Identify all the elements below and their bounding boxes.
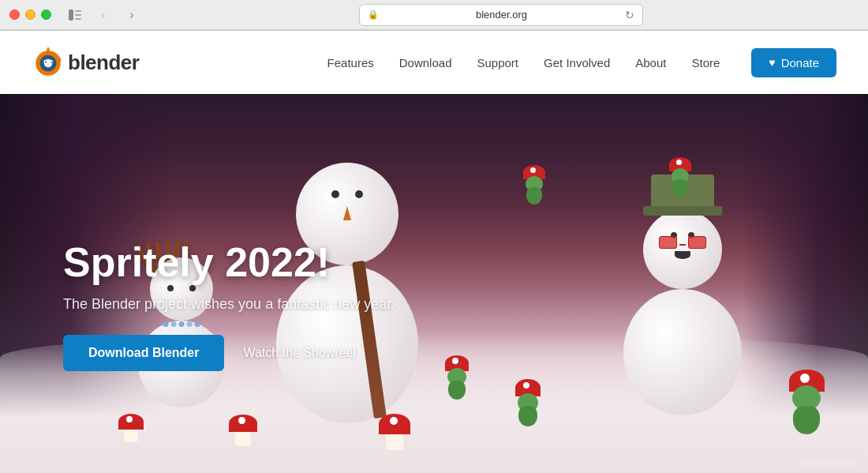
back-button[interactable]: ‹ xyxy=(92,4,114,26)
blender-logo-icon xyxy=(32,46,65,79)
credit-text: Sprite Fright by xyxy=(799,458,859,467)
hero-content: Spritely 2022! The Blender project wishe… xyxy=(63,240,395,371)
svg-point-10 xyxy=(45,61,47,62)
logo-text: blender xyxy=(68,51,139,75)
website-content: blender Features Download Support Get In… xyxy=(0,31,868,473)
nav-download[interactable]: Download xyxy=(399,56,452,69)
hero-section: Spritely 2022! The Blender project wishe… xyxy=(0,94,868,473)
nav-about[interactable]: About xyxy=(635,56,666,69)
nav-links: Features Download Support Get Involved A… xyxy=(327,48,836,77)
glass-right xyxy=(688,236,706,249)
svg-rect-0 xyxy=(69,9,73,21)
eye xyxy=(331,190,339,198)
svg-rect-2 xyxy=(75,14,81,16)
mushroom-bottom-3 xyxy=(379,414,410,450)
snowman-head-right xyxy=(643,210,722,289)
svg-point-11 xyxy=(51,61,53,62)
address-bar-wrapper: 🔒 blender.org ↻ xyxy=(149,4,852,26)
svg-rect-7 xyxy=(47,47,49,54)
hero-subtitle: The Blender project wishes you a fantast… xyxy=(63,296,395,313)
download-blender-button[interactable]: Download Blender xyxy=(63,335,224,371)
donate-label: Donate xyxy=(781,56,819,69)
donate-button[interactable]: ♥ Donate xyxy=(751,48,836,77)
nav-store[interactable]: Store xyxy=(691,56,720,69)
glass-left xyxy=(659,236,677,249)
sidebar-icon[interactable] xyxy=(64,4,86,26)
hero-buttons: Download Blender Watch the Showreel xyxy=(63,335,395,371)
goblin-bottom-center xyxy=(442,355,472,395)
mushroom-bottom-left xyxy=(118,414,144,442)
sunglasses xyxy=(659,235,706,250)
snowman-eyes-center xyxy=(331,190,363,198)
nav-features[interactable]: Features xyxy=(327,56,374,69)
nav-get-involved[interactable]: Get Involved xyxy=(544,56,610,69)
refresh-button[interactable]: ↻ xyxy=(625,9,634,21)
snowman-nose xyxy=(343,206,351,220)
close-button[interactable] xyxy=(9,9,20,20)
address-bar[interactable]: 🔒 blender.org ↻ xyxy=(359,4,643,26)
mushroom-bottom-2 xyxy=(229,415,257,446)
snowman-right xyxy=(623,220,742,419)
forward-button[interactable]: › xyxy=(121,4,143,26)
heart-icon: ♥ xyxy=(769,56,775,69)
window-controls xyxy=(9,9,51,20)
hat-brim xyxy=(643,206,722,216)
goblin-top-right xyxy=(667,157,694,193)
glasses-bridge xyxy=(679,244,686,246)
hero-title: Spritely 2022! xyxy=(63,240,395,285)
watch-showreel-link[interactable]: Watch the Showreel xyxy=(243,346,356,360)
eye xyxy=(355,190,363,198)
svg-rect-1 xyxy=(75,10,81,12)
browser-titlebar: ‹ › 🔒 blender.org ↻ xyxy=(0,0,868,30)
maximize-button[interactable] xyxy=(41,9,51,20)
minimize-button[interactable] xyxy=(25,9,36,20)
lock-icon: 🔒 xyxy=(368,9,379,20)
url-text: blender.org xyxy=(383,9,620,21)
goblin-bottom-left xyxy=(513,379,543,419)
site-logo[interactable]: blender xyxy=(32,46,139,79)
goblin-shoulder-right xyxy=(521,165,548,201)
svg-rect-3 xyxy=(75,18,81,20)
browser-nav: ‹ › xyxy=(64,4,143,26)
site-nav: blender Features Download Support Get In… xyxy=(0,31,868,94)
goblin-far-right xyxy=(785,370,829,426)
snowman-body-right xyxy=(623,289,742,415)
nav-support[interactable]: Support xyxy=(477,56,518,69)
browser-chrome: ‹ › 🔒 blender.org ↻ xyxy=(0,0,868,31)
